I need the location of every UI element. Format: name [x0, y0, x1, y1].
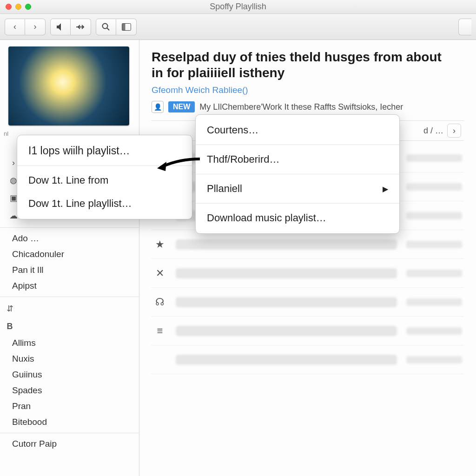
byline-link[interactable]: Gfeomh Weich Rabliee() [152, 85, 464, 95]
panel-icon [122, 23, 131, 31]
sidebar-item-label: Chicadonuler [12, 249, 64, 259]
menu-divider [17, 165, 192, 166]
traffic-lights [6, 4, 31, 10]
menu-item-label: Courtens… [207, 124, 258, 136]
menu-item-pllaniell[interactable]: Pllaniell▶ [196, 177, 399, 200]
share-icon: ☊ [153, 296, 166, 308]
sidebar-toggle-button[interactable] [116, 19, 137, 35]
sort-icon: ⇵ [5, 304, 15, 314]
shuffle-button[interactable] [71, 19, 91, 35]
sidebar-item[interactable]: Allims [0, 335, 139, 351]
person-icon: 👤 [154, 103, 162, 111]
menu-item-roberird[interactable]: Thdf/Roberird… [196, 148, 399, 171]
svg-rect-3 [122, 23, 125, 30]
track-row[interactable]: ☊ [152, 288, 464, 317]
content-area: nl › ◍ ▣ ☁ Ado … Chicadonuler Pan it Ill… [0, 40, 476, 476]
menu-item-label: Download music playlist… [207, 212, 326, 224]
menu-divider [196, 174, 399, 174]
sidebar-item[interactable]: Pran [0, 398, 139, 414]
zoom-window-button[interactable] [25, 4, 31, 10]
sidebar-item[interactable]: Bitebood [0, 414, 139, 430]
page-title: Reselpad duy of tnies theld husges from … [152, 49, 449, 80]
menu-item-label: Pllaniell [207, 183, 242, 195]
minimize-window-button[interactable] [15, 4, 21, 10]
star-icon: ★ [153, 238, 166, 251]
sidebar-item-label: Pan it Ill [12, 265, 44, 275]
sidebar-item[interactable]: Guiinus [0, 367, 139, 383]
meta-row: 👤 NEW My LIlChembere'Work It these Rafft… [152, 101, 464, 113]
menu-divider [196, 145, 399, 145]
sidebar-item-label: Cutorr Paip [12, 439, 57, 449]
nav-button-group: ‹ › [5, 19, 46, 35]
sidebar-item-label: Bitebood [12, 417, 47, 427]
chevron-right-icon: › [453, 126, 456, 136]
toolbar-overflow-button[interactable] [458, 19, 471, 35]
menu-item-label: Dow 1t. Line from [28, 174, 108, 186]
sidebar: nl › ◍ ▣ ☁ Ado … Chicadonuler Pan it Ill… [0, 40, 139, 476]
sidebar-divider [0, 297, 139, 297]
sidebar-item[interactable]: Chicadonuler [0, 246, 139, 262]
sidebar-item-label: Nuxis [12, 354, 34, 364]
menu-item-download-playlist[interactable]: Download music playlist… [196, 206, 399, 230]
menu-item-line-from[interactable]: Dow 1t. Line from [17, 169, 192, 192]
author-avatar[interactable]: 👤 [152, 101, 164, 113]
window-title: Spoffy Playllish [0, 2, 476, 12]
menu-item-label: I1 lops wiilh playlist… [28, 145, 130, 157]
sidebar-item[interactable]: Ado … [0, 231, 139, 246]
meta-text: My LIlChembere'Work It these Raffts Swif… [199, 102, 403, 112]
sidebar-item-label: Pran [12, 401, 31, 411]
close-window-button[interactable] [6, 4, 12, 10]
next-page-button[interactable]: › [447, 124, 461, 138]
sidebar-item-label: Apipst [12, 281, 37, 291]
sidebar-divider [0, 433, 139, 433]
search-icon [102, 23, 110, 31]
track-row[interactable]: ★ [152, 230, 464, 259]
tabs-right-label: d / … [423, 126, 443, 136]
sidebar-item-label: Allims [12, 338, 36, 348]
sidebar-item[interactable]: Spades [0, 383, 139, 398]
playback-button-group [50, 19, 91, 35]
track-row[interactable]: ≡ [152, 317, 464, 345]
svg-line-1 [107, 28, 109, 30]
menu-item-loops-with-playlist[interactable]: I1 lops wiilh playlist… [17, 139, 192, 163]
sidebar-item[interactable]: Pan it Ill [0, 262, 139, 278]
sidebar-item[interactable]: Nuxis [0, 351, 139, 367]
menu-item-label: Thdf/Roberird… [207, 153, 280, 165]
window-titlebar: Spoffy Playllish [0, 0, 476, 14]
track-row[interactable]: ✕ [152, 259, 464, 288]
menu-divider [196, 203, 399, 204]
chevron-left-icon: ‹ [13, 22, 16, 32]
main-panel: Reselpad duy of tnies theld husges from … [139, 40, 476, 476]
sidebar-item-label: Ado … [12, 233, 39, 244]
forward-button[interactable]: › [25, 19, 46, 35]
sidebar-item-label: Spades [12, 385, 42, 396]
search-button[interactable] [96, 19, 116, 35]
menu-item-label: Dow 1t. Line playllist… [28, 198, 132, 210]
menu-icon: ≡ [153, 325, 166, 337]
menu-item-courtens[interactable]: Courtens… [196, 119, 399, 142]
letter-b-icon: B [5, 321, 15, 331]
speaker-icon [56, 23, 65, 31]
new-badge: NEW [168, 101, 195, 112]
back-button[interactable]: ‹ [5, 19, 25, 35]
x-icon: ✕ [153, 267, 166, 279]
context-menu-actions: Courtens… Thdf/Roberird… Pllaniell▶ Down… [195, 114, 400, 234]
chevron-right-icon: › [34, 22, 37, 32]
svg-point-0 [103, 23, 108, 28]
context-menu-playlist: I1 lops wiilh playlist… Dow 1t. Line fro… [17, 135, 192, 219]
toolbar: ‹ › [0, 14, 476, 40]
sidebar-item-bold[interactable]: B [0, 317, 139, 335]
sidebar-item-sort[interactable]: ⇵ [0, 300, 139, 317]
sidebar-divider [0, 227, 139, 228]
track-row[interactable] [152, 345, 464, 374]
submenu-arrow-icon: ▶ [383, 185, 388, 193]
now-playing-artwork[interactable] [8, 46, 129, 126]
swap-icon [76, 24, 86, 30]
sidebar-item[interactable]: Apipst [0, 278, 139, 294]
mute-button[interactable] [50, 19, 71, 35]
sidebar-item-label: Guiinus [12, 370, 42, 380]
view-button-group [96, 19, 137, 35]
sidebar-item[interactable]: Cutorr Paip [0, 436, 139, 452]
menu-item-line-playlist[interactable]: Dow 1t. Line playllist… [17, 192, 192, 215]
